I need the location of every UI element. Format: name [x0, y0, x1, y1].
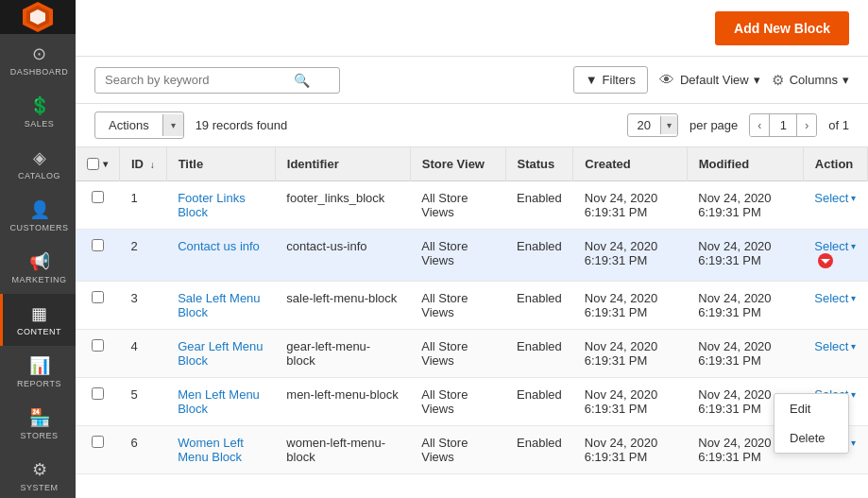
search-box[interactable]: 🔍: [94, 67, 340, 94]
select-arrow-icon: ▾: [851, 193, 856, 203]
row-title: Contact us info: [166, 230, 275, 282]
row-modified: Nov 24, 2020 6:19:31 PM: [687, 282, 803, 330]
row-id: 4: [120, 330, 167, 378]
select-button[interactable]: Select ▾: [814, 239, 856, 253]
sales-icon: 💲: [29, 95, 50, 116]
red-arrow-icon: [818, 253, 833, 268]
pagination-controls: 20 ▾ per page ‹ 1 › of 1: [627, 113, 849, 137]
select-all-checkbox[interactable]: [87, 158, 99, 170]
row-identifier: men-left-menu-block: [275, 378, 410, 426]
dashboard-icon: ⊙: [32, 43, 46, 64]
row-title: Women Left Menu Block: [166, 426, 275, 474]
row-checkbox-cell: [76, 330, 120, 378]
actions-arrow-icon: ▾: [162, 114, 183, 136]
row-action: Select ▾: [803, 330, 867, 378]
sidebar-item-reports[interactable]: 📊 REPORTS: [0, 346, 76, 398]
row-id: 1: [120, 181, 167, 230]
title-link[interactable]: Contact us info: [178, 239, 260, 253]
select-button[interactable]: Select ▾: [814, 339, 856, 353]
col-action: Action: [803, 147, 867, 181]
col-modified: Modified: [687, 147, 803, 181]
content-icon: ▦: [31, 303, 47, 324]
row-checkbox-cell: [76, 181, 120, 230]
row-checkbox[interactable]: [92, 339, 104, 352]
records-found: 19 records found: [196, 118, 288, 132]
row-identifier: gear-left-menu-block: [275, 330, 410, 378]
delete-action-item[interactable]: Delete: [774, 423, 848, 453]
title-link[interactable]: Sale Left Menu Block: [178, 291, 260, 319]
row-created: Nov 24, 2020 6:19:31 PM: [573, 181, 687, 230]
row-checkbox[interactable]: [92, 239, 104, 251]
sidebar-item-system[interactable]: ⚙ SYSTEM: [0, 450, 76, 498]
row-store-view: All Store Views: [410, 330, 505, 378]
row-store-view: All Store Views: [410, 378, 505, 426]
per-page-text: per page: [689, 118, 738, 132]
page-navigation: ‹ 1 ›: [749, 113, 817, 137]
select-arrow-icon: ▾: [851, 438, 856, 448]
row-store-view: All Store Views: [410, 426, 505, 474]
columns-label: Columns: [790, 73, 838, 87]
select-arrow-icon: ▾: [851, 389, 856, 400]
table-row: 5 Men Left Menu Block men-left-menu-bloc…: [76, 378, 868, 426]
title-link[interactable]: Men Left Menu Block: [178, 387, 260, 416]
row-checkbox-cell: [76, 378, 120, 426]
sidebar-item-label: MARKETING: [11, 275, 66, 284]
filters-button[interactable]: ▼ Filters: [573, 66, 648, 94]
row-checkbox-cell: [76, 230, 120, 282]
col-checkbox: ▾: [76, 147, 120, 181]
sidebar-item-catalog[interactable]: ◈ CATALOG: [0, 138, 76, 190]
actions-dropdown[interactable]: Actions ▾: [94, 112, 184, 139]
columns-button[interactable]: Columns ▾: [790, 73, 849, 87]
row-id: 5: [120, 378, 167, 426]
row-identifier: sale-left-menu-block: [275, 282, 410, 330]
row-store-view: All Store Views: [410, 282, 505, 330]
table-row: 4 Gear Left Menu Block gear-left-menu-bl…: [76, 330, 868, 378]
row-checkbox[interactable]: [92, 191, 104, 203]
filters-label: Filters: [603, 73, 636, 87]
sidebar-item-marketing[interactable]: 📢 MARKETING: [0, 242, 76, 294]
default-view-button[interactable]: Default View ▾: [680, 73, 760, 87]
table-container: ▾ ID ↓ Title Identifier Store View Statu…: [76, 147, 868, 498]
sidebar-item-label: SYSTEM: [20, 483, 58, 492]
search-input[interactable]: [105, 73, 294, 87]
row-checkbox[interactable]: [92, 291, 104, 303]
default-view-label: Default View: [680, 73, 749, 87]
sidebar-item-content[interactable]: ▦ CONTENT: [0, 294, 76, 346]
logo: [0, 0, 76, 34]
next-page-button[interactable]: ›: [797, 115, 816, 136]
search-icon[interactable]: 🔍: [294, 73, 310, 88]
sidebar-item-sales[interactable]: 💲 SALES: [0, 86, 76, 138]
table-row: 6 Women Left Menu Block women-left-menu-…: [76, 426, 868, 474]
sidebar-item-dashboard[interactable]: ⊙ DASHBOARD: [0, 34, 76, 86]
of-pages-text: of 1: [828, 118, 849, 132]
add-new-block-button[interactable]: Add New Block: [715, 11, 849, 45]
edit-action-item[interactable]: Edit: [774, 394, 848, 423]
col-title: Title: [166, 147, 275, 181]
sidebar-item-label: SALES: [25, 119, 55, 129]
row-status: Enabled: [505, 230, 573, 282]
row-identifier: contact-us-info: [275, 230, 410, 282]
title-link[interactable]: Footer Links Block: [178, 191, 246, 219]
sidebar-item-stores[interactable]: 🏪 STORES: [0, 398, 76, 450]
sidebar-item-customers[interactable]: 👤 CUSTOMERS: [0, 190, 76, 242]
title-link[interactable]: Women Left Menu Block: [178, 436, 244, 464]
sidebar-item-label: STORES: [21, 431, 59, 440]
col-id: ID ↓: [120, 147, 167, 181]
checkbox-arrow-icon[interactable]: ▾: [103, 159, 108, 169]
per-page-select[interactable]: 20 ▾: [627, 113, 678, 137]
row-created: Nov 24, 2020 6:19:31 PM: [573, 330, 687, 378]
row-checkbox[interactable]: [92, 436, 104, 448]
title-link[interactable]: Gear Left Menu Block: [178, 339, 263, 368]
table-row: 3 Sale Left Menu Block sale-left-menu-bl…: [76, 282, 868, 330]
select-button[interactable]: Select ▾: [814, 191, 856, 205]
prev-page-button[interactable]: ‹: [750, 115, 769, 136]
row-checkbox[interactable]: [92, 387, 104, 400]
sidebar-item-label: CUSTOMERS: [10, 223, 69, 232]
row-store-view: All Store Views: [410, 181, 505, 230]
select-button[interactable]: Select ▾: [814, 291, 856, 305]
table-header-row: ▾ ID ↓ Title Identifier Store View Statu…: [76, 147, 868, 181]
row-action: Select ▾: [803, 230, 867, 282]
sidebar-item-label: DASHBOARD: [10, 67, 69, 77]
table-row: 1 Footer Links Block footer_links_block …: [76, 181, 868, 230]
reports-icon: 📊: [29, 355, 50, 376]
